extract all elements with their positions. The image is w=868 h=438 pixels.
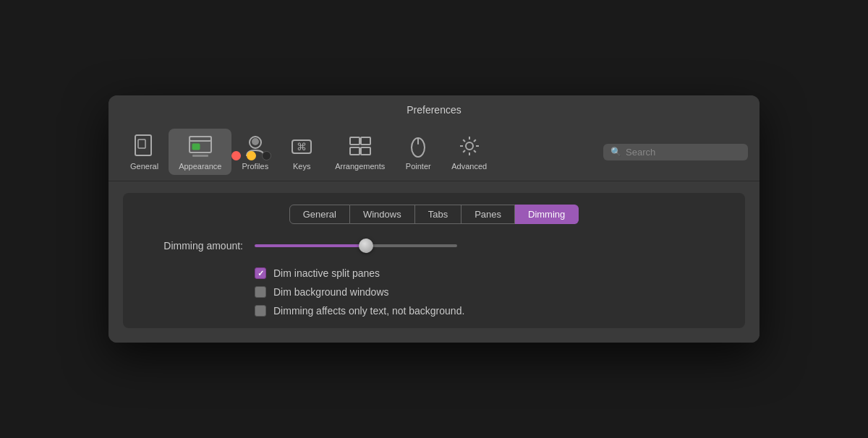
slider-label: Dimming amount: <box>142 240 243 252</box>
arrangements-icon <box>347 133 373 159</box>
close-button[interactable] <box>231 151 241 160</box>
title-bar: Preferences <box>109 95 760 123</box>
search-icon: 🔍 <box>610 147 621 157</box>
checkbox-dim-background[interactable]: Dim background windows <box>255 286 726 298</box>
general-icon <box>132 133 158 159</box>
svg-line-22 <box>474 150 476 153</box>
toolbar-item-appearance[interactable]: Appearance <box>169 129 231 175</box>
appearance-label: Appearance <box>179 162 221 171</box>
profiles-label: Profiles <box>242 162 268 171</box>
tab-tabs[interactable]: Tabs <box>415 205 461 224</box>
pointer-label: Pointer <box>406 162 431 171</box>
svg-rect-10 <box>350 137 359 145</box>
keys-label: Keys <box>293 162 310 171</box>
tab-windows[interactable]: Windows <box>350 205 415 224</box>
slider-track <box>255 244 457 247</box>
svg-point-16 <box>466 142 473 150</box>
slider-row: Dimming amount: <box>142 239 726 253</box>
svg-rect-11 <box>361 137 370 145</box>
checkbox-dim-inactive[interactable]: ✓ Dim inactive split panes <box>255 267 726 279</box>
checkbox-dim-inactive-label: Dim inactive split panes <box>273 267 380 279</box>
svg-text:⌘: ⌘ <box>297 141 307 153</box>
advanced-icon <box>456 133 482 159</box>
checkbox-dim-text-only-box[interactable] <box>255 305 266 317</box>
tab-general-sub[interactable]: General <box>289 205 350 224</box>
toolbar-item-pointer[interactable]: Pointer <box>395 129 441 175</box>
checkboxes: ✓ Dim inactive split panes Dim backgroun… <box>142 267 726 317</box>
advanced-label: Advanced <box>451 162 487 171</box>
svg-rect-1 <box>138 139 145 148</box>
checkbox-dim-background-label: Dim background windows <box>273 286 389 298</box>
search-input[interactable] <box>626 147 734 158</box>
toolbar-item-advanced[interactable]: Advanced <box>441 129 497 175</box>
general-label: General <box>130 162 158 171</box>
search-box[interactable]: 🔍 <box>603 144 748 160</box>
toolbar-item-keys[interactable]: ⌘ Keys <box>278 129 325 175</box>
svg-rect-3 <box>190 137 211 141</box>
tab-panes[interactable]: Panes <box>461 205 515 224</box>
toolbar-item-general[interactable]: General <box>120 129 169 175</box>
svg-rect-4 <box>192 144 200 150</box>
slider-thumb[interactable] <box>359 239 373 253</box>
content-area: General Windows Tabs Panes Dimming Dimmi… <box>109 181 760 343</box>
pointer-icon <box>405 133 431 159</box>
arrangements-label: Arrangements <box>335 162 385 171</box>
maximize-button[interactable] <box>262 151 271 160</box>
checkbox-dim-background-box[interactable] <box>255 286 266 298</box>
svg-line-23 <box>474 139 476 142</box>
toolbar-items: General Appearance <box>120 129 603 175</box>
inner-panel: General Windows Tabs Panes Dimming Dimmi… <box>123 193 745 328</box>
appearance-icon <box>187 133 213 159</box>
svg-rect-12 <box>350 147 359 155</box>
tab-dimming[interactable]: Dimming <box>515 205 579 224</box>
svg-rect-13 <box>361 147 370 155</box>
preferences-window: Preferences General <box>109 95 760 343</box>
checkbox-dim-text-only-label: Dimming affects only text, not backgroun… <box>273 305 464 317</box>
checkbox-dim-inactive-box[interactable]: ✓ <box>255 267 266 279</box>
svg-point-7 <box>252 138 259 145</box>
minimize-button[interactable] <box>247 151 256 160</box>
window-title: Preferences <box>407 104 461 123</box>
window-controls <box>231 151 271 160</box>
checkmark-icon: ✓ <box>258 269 264 278</box>
keys-icon: ⌘ <box>289 133 315 159</box>
svg-rect-15 <box>417 137 419 145</box>
svg-line-21 <box>463 139 465 142</box>
svg-rect-5 <box>192 155 208 157</box>
toolbar-item-arrangements[interactable]: Arrangements <box>325 129 395 175</box>
toolbar: General Appearance <box>109 123 760 181</box>
dimming-settings: Dimming amount: ✓ Dim inactive split pan… <box>135 239 733 317</box>
svg-line-24 <box>463 150 465 153</box>
sub-tabs: General Windows Tabs Panes Dimming <box>135 205 733 224</box>
dimming-slider[interactable] <box>255 239 457 253</box>
checkbox-dim-text-only[interactable]: Dimming affects only text, not backgroun… <box>255 305 726 317</box>
